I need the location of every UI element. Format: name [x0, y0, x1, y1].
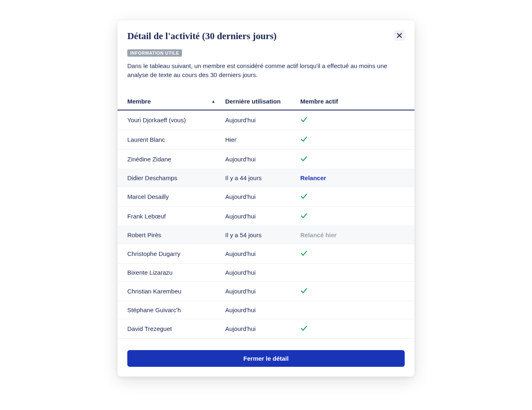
cell-active-status	[300, 319, 405, 338]
table-row: Bixente LizarazuAujourd'hui	[117, 264, 415, 282]
cell-last-use: Aujourd'hui	[225, 207, 300, 226]
close-detail-button[interactable]: Fermer le détail	[127, 350, 405, 367]
modal-title: Détail de l'activité (30 derniers jours)	[127, 30, 277, 42]
cell-member-name: Frank Lebœuf	[127, 207, 225, 226]
close-button[interactable]	[394, 30, 405, 41]
table-row: Didier DeschampsIl y a 44 joursRelancer	[117, 169, 415, 187]
table-row: Christian KarembeuAujourd'hui	[117, 282, 415, 301]
check-icon	[300, 155, 308, 163]
close-icon	[397, 33, 402, 38]
cell-member-name: Youri Djorkaeff (vous)	[127, 110, 225, 130]
cell-member-name: Zinédine Zidane	[127, 150, 225, 169]
cell-member-name: Christophe Dugarry	[127, 244, 225, 263]
cell-last-use: Aujourd'hui	[225, 187, 300, 206]
table-header: Membre ▲ Dernière utilisation Membre act…	[117, 93, 415, 110]
cell-active-status: Relancé hier	[300, 226, 405, 244]
modal-header: Détail de l'activité (30 derniers jours)	[127, 30, 405, 42]
cell-last-use: Il y a 44 jours	[225, 169, 300, 187]
cell-active-status	[300, 264, 405, 281]
table-row: David TrezeguetAujourd'hui	[117, 319, 415, 339]
check-icon	[300, 135, 308, 144]
activity-detail-modal: Détail de l'activité (30 derniers jours)…	[117, 20, 415, 377]
cell-last-use: Aujourd'hui	[225, 244, 300, 263]
header-member[interactable]: Membre ▲	[127, 93, 225, 110]
table-row: Christophe DugarryAujourd'hui	[117, 244, 415, 264]
cell-member-name: Marcel Desailly	[127, 187, 225, 206]
check-icon	[300, 324, 308, 333]
modal-footer: Fermer le détail	[127, 350, 405, 367]
table-row: Stéphane Guivarc'hAujourd'hui	[117, 301, 415, 319]
cell-active-status	[300, 244, 405, 263]
header-active[interactable]: Membre actif	[300, 93, 405, 110]
cell-member-name: Robert Pirès	[127, 226, 225, 244]
cell-member-name: Didier Deschamps	[127, 169, 225, 187]
sort-asc-icon: ▲	[211, 99, 215, 104]
header-last-use-label: Dernière utilisation	[225, 98, 281, 105]
table-row: Robert PirèsIl y a 54 joursRelancé hier	[117, 226, 415, 244]
cell-active-status	[300, 207, 405, 226]
cell-active-status	[300, 187, 405, 206]
cell-last-use: Aujourd'hui	[225, 150, 300, 169]
cell-active-status	[300, 130, 405, 149]
cell-last-use: Aujourd'hui	[225, 319, 300, 338]
cell-member-name: Laurent Blanc	[127, 130, 225, 149]
cell-last-use: Hier	[225, 130, 300, 149]
cell-last-use: Il y a 54 jours	[225, 226, 300, 244]
header-member-label: Membre	[127, 98, 151, 105]
relance-status-text: Relancé hier	[300, 231, 337, 238]
cell-active-status	[300, 110, 405, 130]
check-icon	[300, 287, 308, 295]
check-icon	[300, 212, 308, 220]
cell-active-status	[300, 282, 405, 301]
cell-member-name: David Trezeguet	[127, 319, 225, 338]
table-body: Youri Djorkaeff (vous)Aujourd'huiLaurent…	[117, 110, 415, 339]
cell-last-use: Aujourd'hui	[225, 282, 300, 301]
cell-active-status	[300, 301, 405, 319]
header-last-use[interactable]: Dernière utilisation	[225, 93, 300, 110]
table-row: Laurent BlancHier	[117, 130, 415, 150]
cell-member-name: Bixente Lizarazu	[127, 264, 225, 281]
cell-last-use: Aujourd'hui	[225, 264, 300, 281]
check-icon	[300, 249, 308, 258]
check-icon	[300, 116, 308, 124]
table-row: Frank LebœufAujourd'hui	[117, 207, 415, 226]
cell-active-status: Relancer	[300, 169, 405, 187]
table-row: Zinédine ZidaneAujourd'hui	[117, 150, 415, 169]
relancer-link[interactable]: Relancer	[300, 174, 326, 181]
check-icon	[300, 192, 308, 201]
info-badge: INFORMATION UTILE	[127, 49, 182, 57]
table-row: Youri Djorkaeff (vous)Aujourd'hui	[117, 110, 415, 130]
cell-last-use: Aujourd'hui	[225, 110, 300, 130]
cell-member-name: Stéphane Guivarc'h	[127, 301, 225, 319]
header-active-label: Membre actif	[300, 98, 338, 105]
table-row: Marcel DesaillyAujourd'hui	[117, 187, 415, 207]
cell-last-use: Aujourd'hui	[225, 301, 300, 319]
cell-active-status	[300, 150, 405, 169]
activity-table: Membre ▲ Dernière utilisation Membre act…	[117, 93, 415, 339]
cell-member-name: Christian Karembeu	[127, 282, 225, 301]
info-text: Dans le tableau suivant, un membre est c…	[127, 62, 405, 80]
